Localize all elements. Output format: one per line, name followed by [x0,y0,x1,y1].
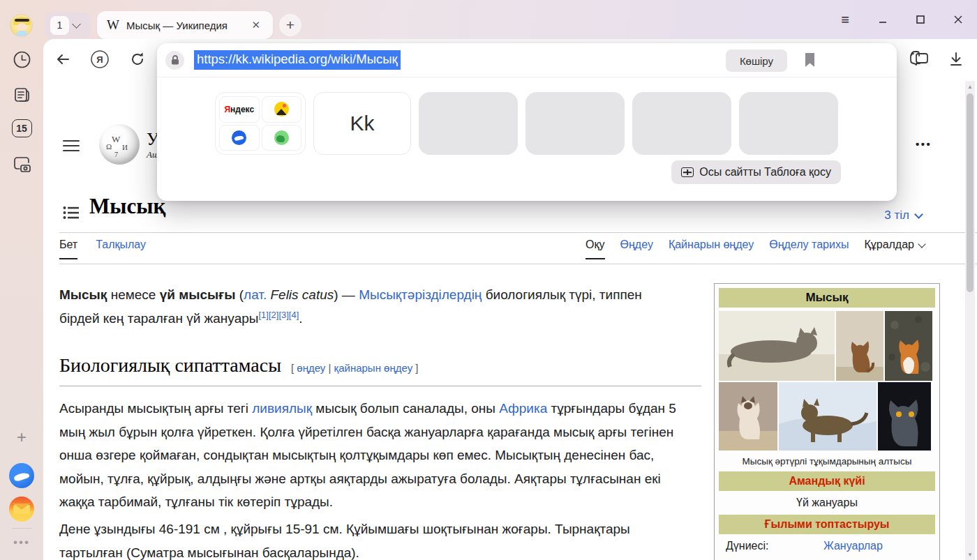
tab-talk[interactable]: Талқылау [96,239,146,259]
namespace-tabs: Бет Талқылау [59,239,146,259]
copy-url-button[interactable]: Көшіру [726,50,787,72]
tab-wikipedia[interactable]: W Мысық — Уикипедия ✕ [97,11,273,39]
infobox-cat-image-siamese[interactable] [719,382,777,451]
sidebar-add-button[interactable]: + [0,427,43,448]
reference-link[interactable]: [1] [258,310,268,320]
infobox-cat-image-gray-dark[interactable] [878,382,931,451]
reference-link[interactable]: [2] [269,310,278,320]
tab-close-icon[interactable]: ✕ [248,17,263,33]
page-scrollbar[interactable]: ▲ ▼ [965,81,975,560]
wiki-menu-button[interactable] [63,137,80,155]
profile-avatar[interactable] [10,14,33,37]
tablo-images-tile[interactable] [262,96,302,123]
edit-link[interactable]: өңдеу [297,362,325,374]
inline-link[interactable]: ливиялық [252,401,312,416]
yandex-mail-shortcut[interactable] [0,495,43,523]
tab-edit[interactable]: Өңдеу [620,239,653,258]
tab-group-button[interactable]: 1 [45,12,91,38]
address-bar[interactable]: https://kk.wikipedia.org/wiki/Мысық Көші… [157,43,897,77]
tablo-empty-tile[interactable] [739,92,838,155]
scrollbar-thumb[interactable] [967,93,974,292]
toc-button[interactable] [63,205,80,223]
sidebar-more-button[interactable]: ••• [0,534,43,551]
notes-button[interactable] [0,83,43,107]
tab-history[interactable]: Өңделу тарихы [769,239,849,258]
downloads-button[interactable] [946,49,967,70]
section-edit-links: [ өңдеу | қайнарын өңдеу ] [291,362,419,374]
tab-article[interactable]: Бет [59,239,77,259]
tab-edit-source[interactable]: Қайнарын өңдеу [669,239,754,258]
calendar-day: 15 [16,123,27,134]
collections-button[interactable] [909,49,930,70]
wikipedia-favicon: W [107,17,119,33]
history-button[interactable] [0,47,43,71]
tablo-yandex-group-tile[interactable]: Яндекс [215,92,306,155]
page-area: Я [43,39,977,560]
yandex-images-icon [274,102,289,116]
bookmark-button[interactable] [804,52,816,70]
tablo-empty-tile[interactable] [632,92,731,155]
reload-button[interactable] [127,49,148,70]
browser-menu-button[interactable]: ≡ [826,0,864,39]
taxonomy-link[interactable]: Жануарлар [823,540,883,552]
view-tabs: Оқу Өңдеу Қайнарын өңдеу Өңделу тарихы Қ… [586,239,925,259]
back-arrow-icon [54,52,71,66]
infobox-cat-image-tabby-snow[interactable] [779,382,877,451]
edit-source-link[interactable]: қайнарын өңдеу [334,362,413,374]
close-window-button[interactable] [939,0,977,39]
screenshot-button[interactable] [0,152,43,177]
infobox-cat-image-abyssinian[interactable] [836,311,883,381]
add-to-tablo-button[interactable]: Осы сайтты Таблоға қосу [671,160,841,184]
taxonomy-label: Дүниесі: [726,540,823,552]
tablo-empty-tile[interactable] [525,92,625,155]
hamburger-icon: ≡ [841,12,849,28]
inline-link[interactable]: Африка [499,401,547,416]
reload-icon [129,51,146,68]
reference-link[interactable]: [3] [278,310,288,320]
site-security-badge[interactable] [165,51,184,70]
tablo-empty-tile[interactable] [419,92,518,155]
scroll-down-arrow[interactable]: ▼ [965,550,975,559]
maximize-button[interactable] [902,0,939,39]
infobox-cat-image-ginger-white[interactable] [885,311,932,381]
back-button[interactable] [52,49,73,70]
reference-link[interactable]: [4] [289,310,299,320]
avatar-face [17,23,27,31]
inline-link[interactable]: Мысықтәрізділердің [359,287,482,302]
avatar-dress [16,31,28,37]
yandex-browser-shortcut[interactable] [0,462,43,490]
infobox-taxonomy-header: Ғылыми топтастыруы [719,515,935,534]
language-selector-button[interactable]: 3 тіл [884,209,922,222]
infobox-status-value: Үй жануары [719,491,935,515]
infobox-title: Мысық [719,288,935,308]
url-input-selected-text[interactable]: https://kk.wikipedia.org/wiki/Мысық [194,50,401,70]
infobox-cat-image-tabby-lying[interactable] [719,311,835,381]
minimize-button[interactable] [864,0,902,39]
lock-icon [170,54,180,66]
text-segment: үй мысығы [160,287,236,302]
tablo-kk-wikipedia-tile[interactable]: Kk [313,92,411,155]
text-segment: тұрғындары бұдан 5 мың жыл бұрын қолға ү… [59,401,676,509]
new-tab-button[interactable]: + [279,14,301,36]
tablo-yandex-tile[interactable]: Яндекс [219,96,260,123]
clock-icon [12,50,32,70]
section-heading-row: Биологиялық сипаттамасы [ өңдеу | қайнар… [59,354,419,377]
wiki-more-options-button[interactable]: ••• [916,138,932,150]
scroll-up-arrow[interactable]: ▲ [965,82,975,91]
yandex-search-button[interactable]: Я [89,49,110,70]
body-paragraph: Дене ұзындығы 46-191 см , құйрығы 15-91 … [59,517,687,560]
sidebar-divider [12,528,31,529]
text-segment: Мысық [59,287,107,302]
inline-link[interactable]: лат. [244,287,267,302]
tablo-mail-tile[interactable] [219,125,260,151]
yandex-browser-icon [9,463,34,488]
tab-read[interactable]: Оқу [586,239,604,259]
calendar-button[interactable]: 15 [0,118,43,139]
bookmark-icon [804,52,816,68]
wikipedia-logo[interactable]: W Ω И 7 [99,124,140,165]
infobox-caption: Мысық әртүрлі тұқымдарының алтысы [719,452,935,471]
tablo-green-tile[interactable] [262,125,302,151]
svg-text:Я: Я [96,54,103,65]
tab-tools[interactable]: Құралдар [864,239,925,258]
text-segment: . [299,311,302,326]
